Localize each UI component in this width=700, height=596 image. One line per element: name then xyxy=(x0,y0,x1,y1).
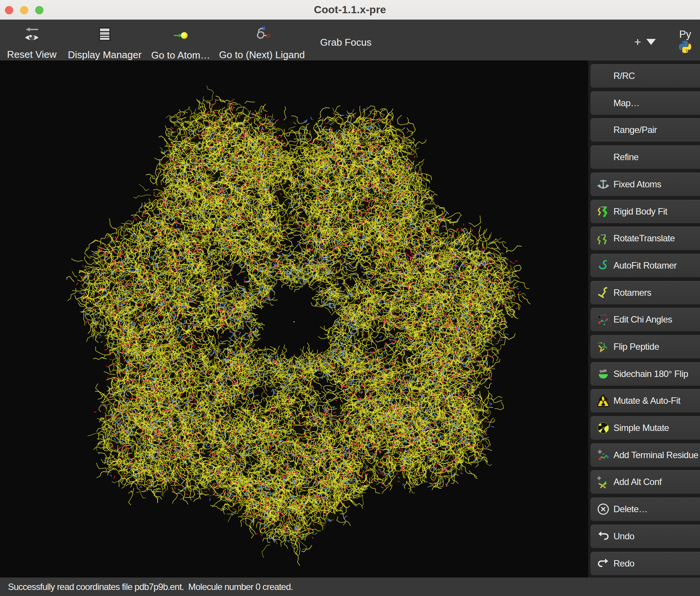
svg-text:N: N xyxy=(262,26,265,31)
svg-text:O: O xyxy=(266,33,270,39)
svg-text:Side: Side xyxy=(599,368,607,374)
